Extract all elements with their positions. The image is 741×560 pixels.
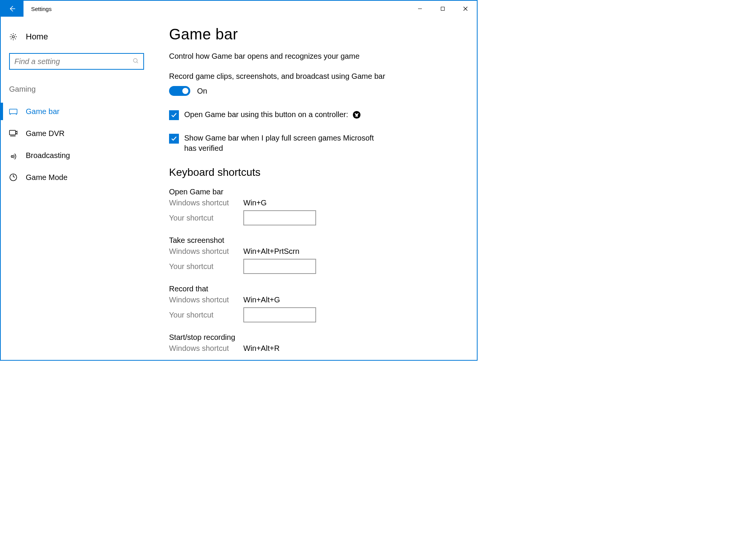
game-bar-icon: [9, 107, 17, 116]
search-input[interactable]: [9, 53, 144, 70]
shortcut-name: Start/stop recording: [169, 333, 462, 342]
sidebar-home[interactable]: Home: [1, 28, 152, 49]
close-button[interactable]: [454, 1, 477, 17]
shortcut-name: Take screenshot: [169, 236, 462, 245]
shortcut-group-screenshot: Take screenshot Windows shortcut Win+Alt…: [169, 236, 462, 274]
your-shortcut-input[interactable]: [243, 210, 316, 225]
sidebar-item-label: Game bar: [26, 107, 60, 116]
window-title: Settings: [23, 1, 409, 17]
win-shortcut-value: Win+Alt+G: [243, 296, 280, 304]
fullscreen-check-label: Show Game bar when I play full screen ga…: [184, 133, 381, 153]
your-shortcut-label: Your shortcut: [169, 214, 243, 222]
dvr-icon: [9, 129, 17, 138]
arrow-left-icon: [8, 5, 16, 13]
page-title: Game bar: [169, 26, 462, 43]
shortcut-name: Record that: [169, 285, 462, 293]
win-shortcut-label: Windows shortcut: [169, 296, 243, 304]
toggle-status: On: [197, 87, 207, 95]
svg-rect-4: [9, 130, 16, 135]
window-controls: [409, 1, 477, 17]
svg-point-2: [133, 59, 137, 63]
check-icon: [171, 135, 177, 142]
maximize-button[interactable]: [431, 1, 454, 17]
xbox-icon: [352, 111, 361, 119]
maximize-icon: [440, 6, 445, 11]
svg-point-1: [12, 36, 14, 38]
shortcut-group-open: Open Game bar Windows shortcut Win+G You…: [169, 188, 462, 225]
shortcut-name: Open Game bar: [169, 188, 462, 196]
controller-checkbox[interactable]: [169, 110, 179, 120]
win-shortcut-label: Windows shortcut: [169, 199, 243, 207]
shortcut-group-start-stop: Start/stop recording Windows shortcut Wi…: [169, 333, 462, 353]
main-content: Game bar Control how Game bar opens and …: [152, 17, 477, 360]
back-button[interactable]: [1, 1, 23, 17]
record-toggle[interactable]: [169, 86, 190, 96]
controller-check-label: Open Game bar using this button on a con…: [184, 109, 348, 120]
sidebar-category: Gaming: [1, 81, 152, 100]
your-shortcut-input[interactable]: [243, 259, 316, 274]
gear-icon: [9, 33, 17, 41]
sidebar-item-label: Game Mode: [26, 173, 67, 182]
win-shortcut-label: Windows shortcut: [169, 344, 243, 353]
sidebar-item-label: Game DVR: [26, 129, 64, 138]
game-mode-icon: [9, 173, 17, 181]
sidebar-home-label: Home: [26, 32, 48, 42]
minimize-icon: [418, 6, 422, 11]
win-shortcut-label: Windows shortcut: [169, 247, 243, 256]
search-icon: [133, 58, 139, 65]
win-shortcut-value: Win+Alt+R: [243, 344, 280, 353]
broadcast-icon: [9, 151, 17, 160]
sidebar-item-label: Broadcasting: [26, 151, 70, 160]
your-shortcut-label: Your shortcut: [169, 262, 243, 271]
win-shortcut-value: Win+G: [243, 199, 267, 207]
svg-rect-0: [441, 7, 445, 11]
sidebar: Home Gaming Game bar Game DVR Broadcas: [1, 17, 152, 360]
svg-rect-3: [9, 109, 17, 114]
titlebar: Settings: [1, 1, 477, 17]
check-icon: [171, 112, 177, 119]
your-shortcut-input[interactable]: [243, 307, 316, 322]
sidebar-item-game-dvr[interactable]: Game DVR: [1, 122, 152, 144]
your-shortcut-label: Your shortcut: [169, 311, 243, 319]
sidebar-item-game-mode[interactable]: Game Mode: [1, 166, 152, 188]
shortcut-group-record-that: Record that Windows shortcut Win+Alt+G Y…: [169, 285, 462, 322]
page-description: Control how Game bar opens and recognize…: [169, 52, 462, 61]
shortcuts-heading: Keyboard shortcuts: [169, 166, 462, 178]
fullscreen-checkbox[interactable]: [169, 134, 179, 144]
win-shortcut-value: Win+Alt+PrtScrn: [243, 247, 299, 256]
minimize-button[interactable]: [409, 1, 431, 17]
svg-point-5: [11, 156, 13, 158]
close-icon: [463, 6, 468, 11]
sidebar-item-game-bar[interactable]: Game bar: [1, 100, 152, 122]
sidebar-item-broadcasting[interactable]: Broadcasting: [1, 144, 152, 166]
record-label: Record game clips, screenshots, and broa…: [169, 72, 462, 81]
search-wrap: [9, 53, 144, 70]
